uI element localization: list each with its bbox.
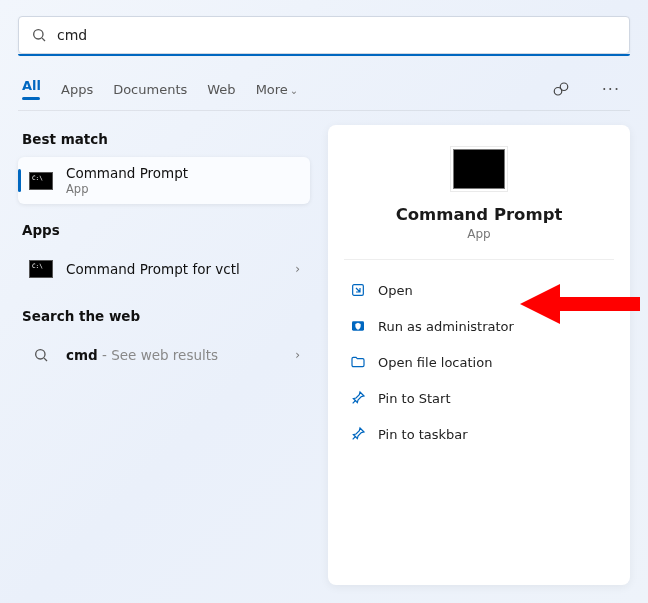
svg-rect-3 <box>560 83 568 91</box>
action-run-admin[interactable]: Run as administrator <box>344 308 614 344</box>
section-apps: Apps <box>22 222 310 238</box>
pin-icon <box>350 390 366 406</box>
result-web-cmd[interactable]: cmd - See web results › <box>18 334 310 376</box>
results-column: Best match Command Prompt App Apps Comma… <box>18 125 310 585</box>
search-icon <box>31 27 47 43</box>
search-box[interactable] <box>18 16 630 54</box>
admin-shield-icon <box>350 318 366 334</box>
result-command-prompt[interactable]: Command Prompt App <box>18 157 310 204</box>
pin-icon <box>350 426 366 442</box>
action-label: Open file location <box>378 355 492 370</box>
chevron-right-icon: › <box>295 262 300 276</box>
action-label: Pin to taskbar <box>378 427 468 442</box>
action-open[interactable]: Open <box>344 272 614 308</box>
detail-subtitle: App <box>344 227 614 241</box>
link-icon <box>552 80 570 98</box>
terminal-icon-large <box>453 149 505 189</box>
terminal-icon <box>29 172 53 190</box>
terminal-icon <box>29 260 53 278</box>
svg-point-0 <box>34 30 43 39</box>
result-subtitle: App <box>66 182 300 196</box>
action-list: Open Run as administrator Open file loca… <box>344 272 614 452</box>
section-best-match: Best match <box>22 131 310 147</box>
ellipsis-icon: ··· <box>602 80 620 99</box>
result-title: Command Prompt <box>66 165 300 181</box>
chevron-right-icon: › <box>295 348 300 362</box>
filter-tabs: All Apps Documents Web More⌄ ··· <box>18 60 630 111</box>
action-label: Run as administrator <box>378 319 514 334</box>
overflow-button[interactable]: ··· <box>596 76 626 103</box>
folder-icon <box>350 354 366 370</box>
chevron-down-icon: ⌄ <box>290 85 298 96</box>
tab-web[interactable]: Web <box>207 78 235 101</box>
tab-documents[interactable]: Documents <box>113 78 187 101</box>
tab-label: Documents <box>113 82 187 97</box>
svg-point-4 <box>36 350 45 359</box>
search-icon <box>33 347 49 363</box>
action-label: Pin to Start <box>378 391 450 406</box>
result-title: cmd - See web results <box>66 347 283 363</box>
search-input[interactable] <box>57 27 617 43</box>
action-pin-taskbar[interactable]: Pin to taskbar <box>344 416 614 452</box>
result-title: Command Prompt for vctl <box>66 261 283 277</box>
tab-apps[interactable]: Apps <box>61 78 93 101</box>
tab-label: More <box>256 82 288 97</box>
search-across-button[interactable] <box>546 76 576 102</box>
tab-label: Web <box>207 82 235 97</box>
tab-all[interactable]: All <box>22 74 41 104</box>
result-cmd-vctl[interactable]: Command Prompt for vctl › <box>18 248 310 290</box>
open-icon <box>350 282 366 298</box>
section-web: Search the web <box>22 308 310 324</box>
tab-label: All <box>22 78 41 93</box>
action-pin-start[interactable]: Pin to Start <box>344 380 614 416</box>
detail-pane: Command Prompt App Open Run as administr… <box>328 125 630 585</box>
tab-more[interactable]: More⌄ <box>256 78 299 101</box>
action-label: Open <box>378 283 413 298</box>
action-open-location[interactable]: Open file location <box>344 344 614 380</box>
tab-label: Apps <box>61 82 93 97</box>
detail-title: Command Prompt <box>344 205 614 224</box>
search-focus-underline <box>18 54 630 56</box>
svg-line-1 <box>42 38 45 41</box>
svg-line-5 <box>44 358 47 361</box>
